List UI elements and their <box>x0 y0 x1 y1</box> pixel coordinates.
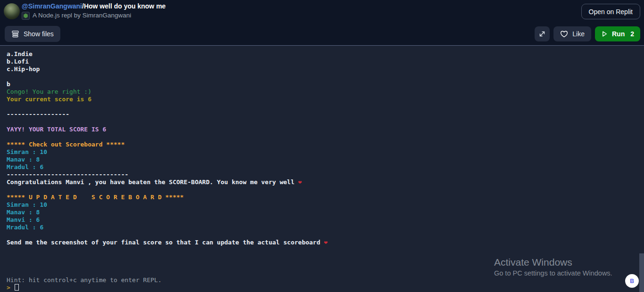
console-line: Simran : 10 <box>7 148 644 156</box>
console-line: ***** U P D A T E D S C O R E B O A R D … <box>7 194 644 201</box>
scrollbar-thumb[interactable] <box>639 253 644 292</box>
repl-titles: @SimranGangwani/How well do you know me … <box>22 2 165 20</box>
like-button[interactable]: Like <box>553 26 591 41</box>
console-line: Mradul : 6 <box>7 163 644 171</box>
console-line: Congratulations Manvi , you have beaten … <box>7 178 644 186</box>
repl-title: /How well do you know me <box>82 2 165 10</box>
show-files-label: Show files <box>24 30 54 38</box>
console-line: Mradul : 6 <box>7 224 644 231</box>
console-line: Congo! You are right :) <box>7 88 644 96</box>
toolbar-right-group: Like Run 2 <box>535 26 640 41</box>
repl-subtitle: A Node.js repl by SimranGangwani <box>33 11 131 20</box>
console-line: --------------------------------- <box>7 171 644 178</box>
terminal-console[interactable]: a.Indieb.Lofic.Hip-hopbCongo! You are ri… <box>0 46 644 292</box>
repl-subtitle-line: A Node.js repl by SimranGangwani <box>22 11 165 20</box>
replit-embed-page: @SimranGangwani/How well do you know me … <box>0 0 644 292</box>
console-line: Simran : 10 <box>7 201 644 209</box>
run-button[interactable]: Run 2 <box>595 26 640 41</box>
play-icon <box>601 31 608 37</box>
repl-title-line: @SimranGangwani/How well do you know me <box>22 2 165 11</box>
console-line: Hint: hit control+c anytime to enter REP… <box>7 276 644 284</box>
console-line <box>7 231 644 239</box>
files-drawer-icon <box>11 30 19 38</box>
run-count-badge: 2 <box>630 30 634 38</box>
console-line: Send me the screenshot of your final sco… <box>7 239 644 246</box>
nodejs-icon <box>22 12 30 20</box>
username-link[interactable]: @SimranGangwani <box>22 2 82 10</box>
scrollbar-track <box>639 46 644 292</box>
watermark-subtitle: Go to PC settings to activate Windows. <box>494 269 618 277</box>
watermark-title: Activate Windows <box>494 256 618 268</box>
console-line: a.Indie <box>7 50 644 58</box>
header: @SimranGangwani/How well do you know me … <box>0 0 644 23</box>
console-line: YAYY! YOUR TOTAL SCORE IS 6 <box>7 126 644 133</box>
toolbar: Show files Like <box>0 23 644 46</box>
show-files-button[interactable]: Show files <box>5 26 60 42</box>
open-on-replit-button[interactable]: Open on Replit <box>581 4 640 19</box>
console-line: Manvi : 6 <box>7 216 644 224</box>
console-line: ----------------- <box>7 111 644 118</box>
console-line: ***** Check out Scoreboard ***** <box>7 141 644 148</box>
console-line <box>7 118 644 126</box>
like-label: Like <box>572 30 585 38</box>
console-output: a.Indieb.Lofic.Hip-hopbCongo! You are ri… <box>7 50 644 292</box>
console-line: c.Hip-hop <box>7 65 644 73</box>
console-line: Your current score is 6 <box>7 96 644 103</box>
console-line: Manav : 8 <box>7 156 644 163</box>
console-line <box>7 103 644 111</box>
console-line <box>7 246 644 254</box>
heart-outline-icon <box>560 31 568 38</box>
expand-button[interactable] <box>535 26 550 41</box>
run-label: Run <box>612 30 625 38</box>
console-line: > <box>7 284 644 292</box>
expand-icon <box>538 30 546 38</box>
console-line <box>7 73 644 81</box>
chat-widget-badge[interactable]: B <box>625 274 639 288</box>
terminal-cursor <box>15 284 19 291</box>
console-line: Manav : 8 <box>7 209 644 216</box>
console-line: b.Lofi <box>7 58 644 65</box>
avatar[interactable] <box>4 3 20 19</box>
console-line: b <box>7 81 644 88</box>
activate-windows-watermark: Activate Windows Go to PC settings to ac… <box>494 256 618 277</box>
console-line <box>7 186 644 194</box>
console-line <box>7 133 644 141</box>
